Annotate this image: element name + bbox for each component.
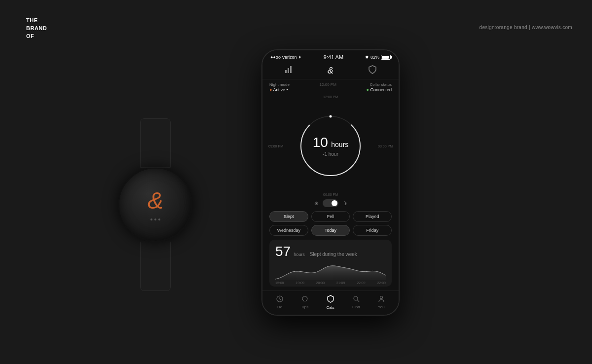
sun-icon: ☀ [314,201,319,206]
brand-logo: THE BRAND OF [26,17,47,40]
time-tick-1: 15:08 [275,281,284,285]
center-time-label: 12:00 PM [320,82,336,92]
fell-button[interactable]: Fell [311,211,350,222]
connection-status-row: Night mode ● Active • 12:00 PM Collar st… [262,79,399,94]
collar-value: ● Connected [367,87,392,92]
phone-mockup: ●●oo Verizon ✦ 9:41 AM ✖ 82% & [261,49,400,316]
svg-rect-2 [290,66,292,73]
circle-time-left: 09:00 PM [268,144,283,147]
weekly-sleep-card: 57 hours Slept during the week [269,240,392,287]
carrier-text: ●●oo Verizon ✦ [270,55,302,60]
phone-body: ●●oo Verizon ✦ 9:41 AM ✖ 82% & [261,49,400,316]
svg-line-8 [357,300,359,302]
svg-rect-0 [285,70,287,73]
watch-band-top [140,118,171,168]
time-axis-row: 15:08 19:09 20:00 21:09 22:09 22:09 [275,280,386,287]
toggle-knob [332,200,337,206]
night-mode-status: Night mode ● Active • [269,82,290,92]
moon-icon: ☽ [342,201,347,206]
battery-area: ✖ 82% [365,55,391,60]
circle-time-bottom: 06:00 PM [323,193,338,196]
phone-screen: ●●oo Verizon ✦ 9:41 AM ✖ 82% & [262,50,399,315]
friday-button[interactable]: Friday [353,225,392,236]
watch-dot-1 [150,218,152,220]
time-text: 9:41 AM [324,54,343,60]
find-nav-label: Find [352,305,360,309]
bnav-you[interactable]: You [378,295,385,309]
collar-label: Collar status [367,82,392,87]
cats-nav-icon [327,295,334,304]
watch-dots [150,218,160,220]
day-night-toggle-row: ☀ ☽ [262,197,399,211]
brand-line3: OF [26,33,34,39]
weekly-hours-unit: hours [294,252,305,257]
svg-point-5 [330,115,332,117]
find-nav-icon [353,295,360,304]
circle-time-top: 12:00 PM [323,95,338,99]
tips-nav-label: Tips [301,305,308,309]
bnav-find[interactable]: Find [352,295,360,309]
do-nav-label: Do [277,305,282,309]
brand-line1: THE [26,17,38,23]
watch-dot-2 [154,218,156,220]
shield-nav-icon[interactable] [369,65,376,76]
collar-status-item: Collar status ● Connected [367,82,392,92]
smartwatch: & [113,118,197,301]
battery-pct: 82% [370,55,379,60]
status-bar: ●●oo Verizon ✦ 9:41 AM ✖ 82% [262,50,399,62]
watch-ampersand-symbol: & [148,189,163,213]
night-mode-label: Night mode [269,82,290,87]
time-tick-2: 19:09 [296,281,304,285]
circle-time-right: 03:00 PM [378,144,393,147]
svg-rect-1 [288,68,289,73]
night-mode-value: ● Active • [269,87,290,92]
day-night-toggle[interactable] [323,199,338,207]
app-nav-bar: & [262,62,399,79]
wave-svg [275,260,386,280]
stats-nav-icon[interactable] [285,66,293,75]
time-tick-3: 20:00 [316,281,325,285]
weekly-top-row: 57 hours Slept during the week [275,245,386,258]
time-tick-6: 22:09 [377,281,386,285]
bnav-do[interactable]: Do [276,295,283,309]
ampersand-nav-icon[interactable]: & [328,66,333,76]
day-buttons-row: Wednesday Today Friday [262,225,399,240]
svg-point-9 [380,296,382,299]
wednesday-button[interactable]: Wednesday [269,225,308,236]
battery-icon [381,55,391,60]
you-nav-label: You [378,305,385,309]
hours-number-text: 10 hours [313,135,349,150]
hours-display: 10 hours -1 hour [313,135,349,157]
bnav-tips[interactable]: Tips [301,295,308,309]
bottom-navigation: Do Tips Cats [262,291,399,315]
played-button[interactable]: Played [353,211,392,222]
tips-nav-icon [301,295,308,304]
bnav-cats[interactable]: Cats [326,295,334,310]
wave-chart [275,260,386,280]
bluetooth-icon: ✖ [365,55,369,60]
you-nav-icon [378,295,385,304]
circle-timer-area: 12:00 PM 03:00 PM 06:00 PM 09:00 PM 10 [262,94,399,197]
brand-line2: BRAND [26,25,47,31]
today-button[interactable]: Today [311,225,350,236]
slept-button[interactable]: Slept [269,211,308,222]
svg-point-7 [354,296,358,300]
time-tick-5: 22:09 [357,281,366,285]
cats-nav-label: Cats [326,305,334,310]
weekly-hours-number: 57 [275,245,291,258]
activity-buttons-row: Slept Fell Played [262,211,399,225]
watch-band-bottom [140,242,171,291]
hours-sub-text: -1 hour [313,151,349,157]
battery-fill [382,56,389,59]
credit-text: design:orange brand | www.wowvis.com [480,25,572,30]
do-nav-icon [276,295,283,304]
watch-face: & [118,168,192,242]
weekly-description: Slept during the week [310,252,357,257]
watch-dot-3 [158,218,160,220]
time-tick-4: 21:09 [336,281,345,285]
